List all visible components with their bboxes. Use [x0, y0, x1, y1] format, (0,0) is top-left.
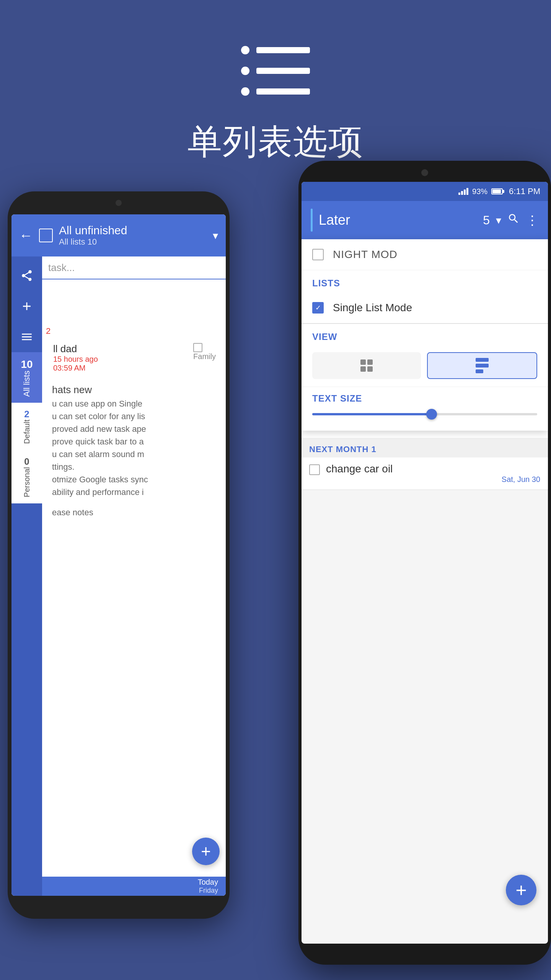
text-size-slider-thumb[interactable] — [426, 409, 437, 420]
dropdown-overlay: NIGHT MOD LISTS Single List Mode VIEW — [302, 239, 548, 431]
grid-cell-3 — [360, 366, 366, 372]
single-list-mode-label: Single List Mode — [333, 302, 412, 314]
signal-icon — [458, 188, 468, 195]
list-content-text-8: ability and performance i — [52, 486, 216, 498]
page-title: 单列表选项 — [187, 119, 364, 165]
back-search-placeholder[interactable]: task... — [48, 262, 75, 274]
signal-bar-4 — [466, 188, 468, 195]
back-bottom-bar: Today Friday — [42, 877, 226, 896]
sidebar-default-tab[interactable]: 2 Default — [11, 403, 42, 450]
list-content-text-4: prove quick task bar to a — [52, 435, 216, 448]
single-list-mode-item[interactable]: Single List Mode — [302, 292, 548, 324]
grid-cell-4 — [367, 366, 373, 372]
bottom-date: Today Friday — [198, 878, 218, 895]
back-phone-fab[interactable]: + — [192, 838, 220, 865]
back-phone-topbar: ← All unfinished All lists 10 ▾ — [11, 214, 226, 256]
text-size-label: TEXT SIZE — [312, 393, 537, 404]
back-search-bar: task... — [42, 256, 226, 279]
day-label: Friday — [198, 887, 218, 895]
task-time: 03:59 AM — [53, 364, 98, 372]
release-notes: ease notes — [46, 502, 222, 523]
phones-area: ← All unfinished All lists 10 ▾ task... — [0, 161, 551, 980]
battery-icon — [491, 188, 503, 194]
task-checkbox-back[interactable] — [193, 343, 202, 352]
sidebar-default-count: 2 — [24, 409, 29, 420]
task-car-oil-date-area: Sat, Jun 30 — [309, 475, 540, 484]
list-content-text-3: proved add new task ape — [52, 423, 216, 435]
night-mode-checkbox[interactable] — [312, 249, 324, 260]
toolbar-count: 5 — [483, 213, 490, 227]
back-sidebar: 10 All lists 2 Default 0 Personal — [11, 256, 42, 896]
grid-cell-1 — [360, 359, 366, 365]
signal-bar-3 — [464, 189, 466, 195]
list-view-icon — [476, 358, 489, 373]
list-view-option[interactable] — [427, 352, 537, 379]
app-logo-icon — [241, 46, 310, 96]
toolbar-search-icon[interactable] — [507, 212, 520, 228]
lists-section-title: LISTS — [302, 270, 548, 292]
text-size-section: TEXT SIZE — [302, 387, 548, 431]
task-time-ago: 15 hours ago — [53, 355, 98, 364]
battery-fill — [492, 189, 501, 193]
toolbar-title: Later — [319, 212, 477, 228]
night-mode-item[interactable]: NIGHT MOD — [302, 239, 548, 270]
list-content-text-5: u can set alarm sound m — [52, 448, 216, 461]
view-section-title: VIEW — [302, 324, 548, 346]
back-list-content: hats new u can use app on Single u can s… — [46, 380, 222, 502]
signal-bar-1 — [458, 193, 460, 195]
release-notes-text: ease notes — [52, 506, 216, 519]
section-next-month: NEXT MONTH 1 — [302, 439, 548, 457]
battery-percent: 93% — [472, 187, 487, 196]
sidebar-share-icon[interactable] — [11, 260, 42, 291]
toolbar-more-icon[interactable]: ⋮ — [526, 212, 539, 228]
sidebar-personal-label: Personal — [23, 467, 31, 497]
sidebar-personal-count: 0 — [24, 456, 29, 467]
sidebar-all-lists-tab[interactable]: 10 All lists — [11, 352, 42, 403]
week-label: 2 — [46, 326, 222, 336]
list-line-3 — [476, 369, 483, 373]
text-size-slider-fill — [312, 413, 436, 415]
sidebar-all-lists-label: All lists — [22, 371, 32, 397]
list-line-1 — [476, 358, 489, 362]
today-label: Today — [198, 878, 218, 887]
list-line-2 — [476, 364, 489, 368]
back-checkbox[interactable] — [39, 229, 53, 242]
back-dropdown-icon[interactable]: ▾ — [213, 229, 218, 242]
status-bar: 93% 6:11 PM — [302, 182, 548, 201]
single-list-mode-checkbox[interactable] — [312, 302, 324, 314]
sidebar-all-lists-count: 10 — [21, 358, 33, 371]
front-phone-screen: 93% 6:11 PM Later 5 ▾ ⋮ — [302, 182, 548, 944]
list-content-text-2: u can set color for any lis — [52, 410, 216, 423]
list-content-text-7: otmize Google tasks sync — [52, 473, 216, 486]
sidebar-default-label: Default — [23, 420, 31, 444]
grid-view-option[interactable] — [312, 352, 421, 379]
back-phone-camera — [116, 200, 122, 206]
text-size-slider[interactable] — [312, 413, 537, 415]
task-item[interactable]: ll dad 15 hours ago 03:59 AM Family — [46, 338, 222, 377]
toolbar-dropdown-icon[interactable]: ▾ — [496, 214, 501, 227]
sidebar-list-icon[interactable] — [11, 322, 42, 352]
signal-bar-2 — [461, 191, 463, 195]
back-phone-title: All unfinished — [59, 224, 207, 237]
task-car-oil-date: Sat, Jun 30 — [326, 475, 540, 484]
front-phone-fab[interactable]: + — [506, 875, 536, 905]
task-car-oil-row[interactable]: change car oil Sat, Jun 30 — [302, 457, 548, 490]
list-content-text-1: u can use app on Single — [52, 397, 216, 410]
sidebar-add-icon[interactable] — [11, 291, 42, 322]
status-time: 6:11 PM — [509, 186, 540, 196]
back-arrow-icon[interactable]: ← — [19, 227, 33, 243]
task-car-oil-checkbox[interactable] — [309, 464, 320, 475]
list-content-title: hats new — [52, 384, 216, 396]
section-next-month-label: NEXT MONTH 1 — [309, 444, 377, 454]
task-title: ll dad — [53, 343, 98, 355]
task-category: Family — [193, 352, 216, 361]
front-phone-camera — [421, 169, 428, 176]
toolbar-accent — [311, 209, 313, 232]
back-title-area: All unfinished All lists 10 — [59, 224, 207, 247]
app-toolbar: Later 5 ▾ ⋮ — [302, 201, 548, 239]
sidebar-personal-tab[interactable]: 0 Personal — [11, 450, 42, 503]
back-phone-screen: ← All unfinished All lists 10 ▾ task... — [11, 214, 226, 896]
night-mod-label: NIGHT MOD — [333, 248, 398, 261]
list-content-text-6: ttings. — [52, 461, 216, 473]
view-options — [302, 346, 548, 387]
